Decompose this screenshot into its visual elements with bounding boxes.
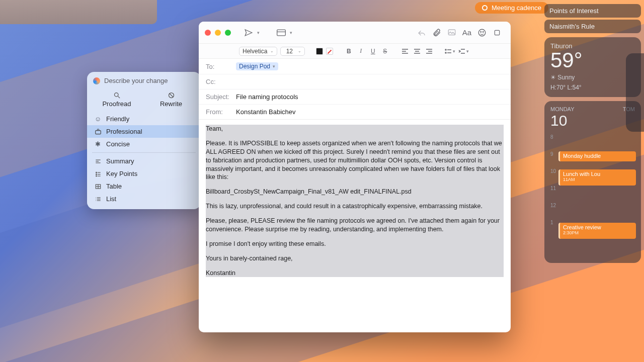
subject-label: Subject: <box>206 93 236 101</box>
strike-icon: S <box>383 48 387 55</box>
to-row[interactable]: To: Design Pod▾ <box>199 59 511 74</box>
tone-label: Professional <box>106 128 142 135</box>
circle-icon <box>482 5 488 11</box>
svg-rect-29 <box>495 30 499 35</box>
reminder-label: Meeting cadence <box>492 4 541 12</box>
tone-professional[interactable]: Professional <box>87 125 201 138</box>
tone-label: Concise <box>106 140 130 148</box>
to-recipient-token[interactable]: Design Pod▾ <box>236 62 278 70</box>
underline-button[interactable]: U <box>368 46 377 56</box>
keypoints-icon <box>94 170 102 177</box>
indent-button[interactable]: ▾ <box>458 46 469 56</box>
emoji-button[interactable] <box>474 26 490 40</box>
calendar-hour: 12 <box>550 203 556 208</box>
text-color-swatch[interactable] <box>316 48 323 55</box>
calendar-hour: 10 <box>550 168 556 174</box>
close-window-button[interactable] <box>205 30 211 36</box>
body-paragraph: Please, please, PLEASE review the file n… <box>206 217 504 234</box>
describe-change-field[interactable]: Describe your change <box>93 77 195 84</box>
bold-icon: B <box>347 48 351 55</box>
header-fields: To: Design Pod▾ Cc: Subject: File naming… <box>199 59 511 120</box>
calendar-event[interactable]: Creative review 2:30PM <box>558 223 636 239</box>
font-size-select[interactable]: 12 ⌄ <box>280 47 305 56</box>
chevron-down-icon[interactable]: ▾ <box>290 30 292 35</box>
sparkle-icon <box>93 77 100 84</box>
weather-hilo: H:70° L:54° <box>550 84 635 91</box>
calendar-event[interactable]: Lunch with Lou 11AM <box>558 169 636 186</box>
svg-point-27 <box>480 31 481 32</box>
paperclip-icon <box>432 28 441 37</box>
svg-point-12 <box>96 175 97 176</box>
align-center-button[interactable] <box>413 46 422 56</box>
format-list[interactable]: List <box>87 193 201 205</box>
minimize-window-button[interactable] <box>215 30 221 36</box>
tone-friendly[interactable]: ☺ Friendly <box>87 113 201 125</box>
rewrite-button[interactable]: Rewrite <box>145 88 197 110</box>
indent-icon <box>458 48 465 54</box>
align-right-button[interactable] <box>425 46 434 56</box>
send-button[interactable] <box>241 26 256 40</box>
overflow-button[interactable] <box>490 26 505 40</box>
to-recipient-name: Design Pod <box>239 63 270 70</box>
photo-icon <box>447 28 456 37</box>
desktop-widgets: Points of Interest Naismith's Rule Tibur… <box>538 0 644 267</box>
calendar-hour: 11 <box>550 186 556 191</box>
chevron-down-icon[interactable]: ▾ <box>257 30 260 35</box>
clock-widget-partial <box>626 53 644 132</box>
overflow-icon <box>493 29 501 37</box>
chevron-down-icon: ▾ <box>453 49 455 54</box>
font-family-value: Helvetica <box>243 48 267 55</box>
calendar-hour: 1 <box>550 220 553 225</box>
titlebar[interactable]: ▾ ▾ Aa <box>199 22 511 44</box>
list-style-button[interactable]: ▾ <box>445 46 455 56</box>
calendar-slots: 8 9 10 11 12 1 Monday huddle Lunch with … <box>544 132 641 248</box>
note-item[interactable]: Points of Interest <box>544 4 641 18</box>
proofread-button[interactable]: Proofread <box>91 88 142 110</box>
calendar-event-title: Lunch with Lou <box>563 171 633 177</box>
markup-button[interactable] <box>444 26 459 40</box>
attach-button[interactable] <box>429 26 444 40</box>
calendar-hour: 8 <box>550 134 553 140</box>
note-item[interactable]: Naismith's Rule <box>544 20 641 33</box>
tone-concise[interactable]: ✱ Concise <box>87 138 201 150</box>
describe-change-placeholder: Describe your change <box>104 77 168 84</box>
bold-button[interactable]: B <box>344 46 353 56</box>
italic-icon: I <box>360 47 362 55</box>
subject-row[interactable]: Subject: File naming protocols <box>199 89 511 105</box>
strike-button[interactable]: S <box>380 46 389 56</box>
mail-compose-window: ▾ ▾ Aa Helvetica ⌄ <box>199 22 511 332</box>
briefcase-icon <box>94 128 102 135</box>
from-row[interactable]: From: Konstantin Babichev <box>199 105 511 119</box>
svg-line-3 <box>169 94 173 98</box>
align-left-button[interactable] <box>400 46 410 56</box>
message-body[interactable]: Team, Please. It is IMPOSSIBLE to keep a… <box>199 120 511 332</box>
svg-point-41 <box>445 52 446 53</box>
format-button[interactable]: Aa <box>459 26 474 40</box>
body-paragraph: Konstantin <box>206 269 235 277</box>
bullet-list-icon <box>445 48 452 54</box>
chevron-down-icon: ▾ <box>273 64 275 69</box>
format-label: Key Points <box>106 170 137 177</box>
proofread-label: Proofread <box>102 100 131 108</box>
rewrite-label: Rewrite <box>160 100 182 108</box>
calendar-event-title: Monday huddle <box>563 153 633 159</box>
calendar-event[interactable]: Monday huddle <box>558 151 636 161</box>
italic-button[interactable]: I <box>356 46 365 56</box>
font-family-select[interactable]: Helvetica ⌄ <box>239 47 277 56</box>
bg-color-swatch[interactable] <box>326 48 333 55</box>
svg-point-10 <box>96 173 97 174</box>
reply-button[interactable] <box>414 26 429 40</box>
cc-row[interactable]: Cc: <box>199 74 511 89</box>
format-keypoints[interactable]: Key Points <box>87 167 201 180</box>
smile-icon: ☺ <box>94 115 102 123</box>
format-table[interactable]: Table <box>87 180 201 193</box>
body-paragraph: This is lazy, unprofessional, and could … <box>206 202 504 211</box>
format-summary[interactable]: Summary <box>87 155 201 167</box>
zoom-window-button[interactable] <box>225 30 231 36</box>
magnifier-icon <box>113 92 121 99</box>
svg-rect-4 <box>95 130 101 134</box>
format-label: Table <box>106 183 122 190</box>
reminder-pill[interactable]: Meeting cadence <box>475 2 548 14</box>
body-paragraph: Please. It is IMPOSSIBLE to keep assets … <box>206 139 504 182</box>
header-fields-button[interactable] <box>274 26 289 40</box>
